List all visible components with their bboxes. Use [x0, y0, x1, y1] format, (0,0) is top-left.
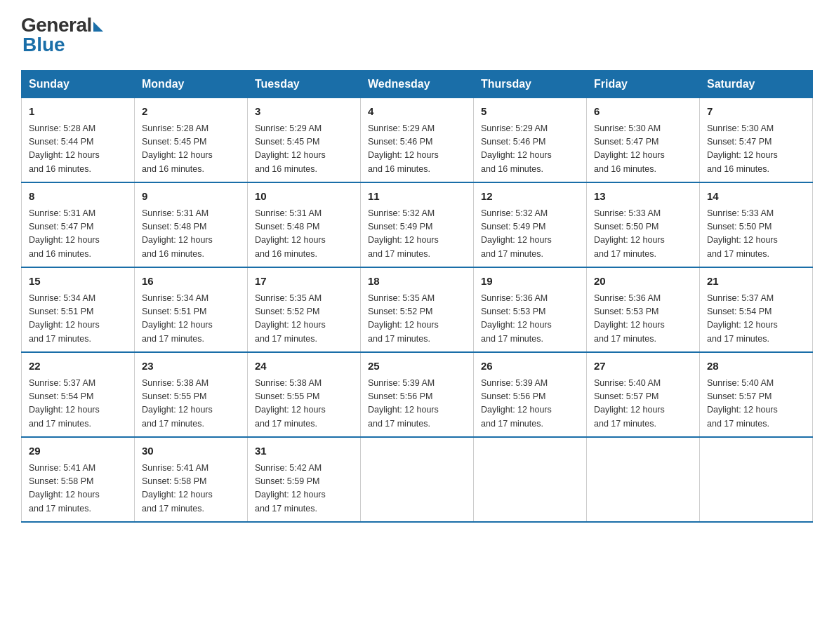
day-number: 21 — [707, 274, 805, 290]
day-info: Sunrise: 5:37 AMSunset: 5:54 PMDaylight:… — [707, 292, 805, 347]
day-number: 10 — [255, 189, 353, 205]
calendar-week-row: 15Sunrise: 5:34 AMSunset: 5:51 PMDayligh… — [22, 267, 813, 352]
calendar-cell: 7Sunrise: 5:30 AMSunset: 5:47 PMDaylight… — [700, 98, 813, 183]
calendar-cell: 19Sunrise: 5:36 AMSunset: 5:53 PMDayligh… — [474, 267, 587, 352]
calendar-cell: 27Sunrise: 5:40 AMSunset: 5:57 PMDayligh… — [587, 352, 700, 437]
day-info: Sunrise: 5:28 AMSunset: 5:45 PMDaylight:… — [142, 122, 240, 177]
calendar-cell: 25Sunrise: 5:39 AMSunset: 5:56 PMDayligh… — [361, 352, 474, 437]
day-info: Sunrise: 5:31 AMSunset: 5:48 PMDaylight:… — [255, 207, 353, 262]
calendar-cell: 26Sunrise: 5:39 AMSunset: 5:56 PMDayligh… — [474, 352, 587, 437]
day-number: 13 — [594, 189, 692, 205]
day-info: Sunrise: 5:31 AMSunset: 5:47 PMDaylight:… — [29, 207, 127, 262]
day-number: 26 — [481, 358, 579, 375]
day-number: 3 — [255, 104, 353, 120]
weekday-header-saturday: Saturday — [700, 71, 813, 98]
day-info: Sunrise: 5:39 AMSunset: 5:56 PMDaylight:… — [481, 377, 579, 431]
day-number: 18 — [368, 274, 466, 290]
day-number: 11 — [368, 189, 466, 205]
day-info: Sunrise: 5:29 AMSunset: 5:46 PMDaylight:… — [368, 122, 466, 177]
calendar-week-row: 1Sunrise: 5:28 AMSunset: 5:44 PMDaylight… — [22, 98, 813, 183]
calendar-cell: 5Sunrise: 5:29 AMSunset: 5:46 PMDaylight… — [474, 98, 587, 183]
day-info: Sunrise: 5:39 AMSunset: 5:56 PMDaylight:… — [368, 377, 466, 431]
calendar-week-row: 22Sunrise: 5:37 AMSunset: 5:54 PMDayligh… — [22, 352, 813, 437]
calendar-cell: 30Sunrise: 5:41 AMSunset: 5:58 PMDayligh… — [135, 437, 248, 522]
day-number: 5 — [481, 104, 579, 120]
day-number: 6 — [594, 104, 692, 120]
calendar-cell: 2Sunrise: 5:28 AMSunset: 5:45 PMDaylight… — [135, 98, 248, 183]
weekday-header-wednesday: Wednesday — [361, 71, 474, 98]
day-info: Sunrise: 5:30 AMSunset: 5:47 PMDaylight:… — [594, 122, 692, 177]
day-info: Sunrise: 5:38 AMSunset: 5:55 PMDaylight:… — [142, 377, 240, 431]
calendar-cell: 9Sunrise: 5:31 AMSunset: 5:48 PMDaylight… — [135, 182, 248, 267]
calendar-cell: 4Sunrise: 5:29 AMSunset: 5:46 PMDaylight… — [361, 98, 474, 183]
calendar-cell: 16Sunrise: 5:34 AMSunset: 5:51 PMDayligh… — [135, 267, 248, 352]
calendar-cell: 11Sunrise: 5:32 AMSunset: 5:49 PMDayligh… — [361, 182, 474, 267]
day-info: Sunrise: 5:35 AMSunset: 5:52 PMDaylight:… — [368, 292, 466, 347]
calendar-cell: 8Sunrise: 5:31 AMSunset: 5:47 PMDaylight… — [22, 182, 135, 267]
logo-blue-text: Blue — [22, 34, 65, 56]
calendar-week-row: 29Sunrise: 5:41 AMSunset: 5:58 PMDayligh… — [22, 437, 813, 522]
calendar-cell: 18Sunrise: 5:35 AMSunset: 5:52 PMDayligh… — [361, 267, 474, 352]
calendar-cell: 31Sunrise: 5:42 AMSunset: 5:59 PMDayligh… — [248, 437, 361, 522]
calendar-cell: 24Sunrise: 5:38 AMSunset: 5:55 PMDayligh… — [248, 352, 361, 437]
page-header: General Blue — [21, 14, 813, 56]
day-info: Sunrise: 5:30 AMSunset: 5:47 PMDaylight:… — [707, 122, 805, 177]
day-info: Sunrise: 5:34 AMSunset: 5:51 PMDaylight:… — [142, 292, 240, 347]
logo: General Blue — [21, 14, 103, 56]
calendar-cell: 29Sunrise: 5:41 AMSunset: 5:58 PMDayligh… — [22, 437, 135, 522]
calendar-cell — [700, 437, 813, 522]
day-number: 16 — [142, 274, 240, 290]
day-info: Sunrise: 5:37 AMSunset: 5:54 PMDaylight:… — [29, 377, 127, 431]
day-info: Sunrise: 5:33 AMSunset: 5:50 PMDaylight:… — [594, 207, 692, 262]
day-number: 29 — [29, 443, 127, 459]
calendar-cell: 3Sunrise: 5:29 AMSunset: 5:45 PMDaylight… — [248, 98, 361, 183]
day-info: Sunrise: 5:36 AMSunset: 5:53 PMDaylight:… — [594, 292, 692, 347]
calendar-cell: 15Sunrise: 5:34 AMSunset: 5:51 PMDayligh… — [22, 267, 135, 352]
calendar-cell: 1Sunrise: 5:28 AMSunset: 5:44 PMDaylight… — [22, 98, 135, 183]
weekday-header-thursday: Thursday — [474, 71, 587, 98]
day-info: Sunrise: 5:40 AMSunset: 5:57 PMDaylight:… — [707, 377, 805, 431]
day-number: 4 — [368, 104, 466, 120]
day-info: Sunrise: 5:42 AMSunset: 5:59 PMDaylight:… — [255, 462, 353, 516]
day-number: 2 — [142, 104, 240, 120]
day-info: Sunrise: 5:29 AMSunset: 5:46 PMDaylight:… — [481, 122, 579, 177]
calendar-cell — [587, 437, 700, 522]
day-number: 7 — [707, 104, 805, 120]
day-info: Sunrise: 5:36 AMSunset: 5:53 PMDaylight:… — [481, 292, 579, 347]
day-info: Sunrise: 5:41 AMSunset: 5:58 PMDaylight:… — [29, 462, 127, 516]
calendar-cell: 20Sunrise: 5:36 AMSunset: 5:53 PMDayligh… — [587, 267, 700, 352]
calendar-cell: 22Sunrise: 5:37 AMSunset: 5:54 PMDayligh… — [22, 352, 135, 437]
day-info: Sunrise: 5:38 AMSunset: 5:55 PMDaylight:… — [255, 377, 353, 431]
weekday-header-tuesday: Tuesday — [248, 71, 361, 98]
day-number: 9 — [142, 189, 240, 205]
day-number: 8 — [29, 189, 127, 205]
day-info: Sunrise: 5:29 AMSunset: 5:45 PMDaylight:… — [255, 122, 353, 177]
day-info: Sunrise: 5:33 AMSunset: 5:50 PMDaylight:… — [707, 207, 805, 262]
calendar-cell — [474, 437, 587, 522]
day-number: 19 — [481, 274, 579, 290]
calendar-cell: 23Sunrise: 5:38 AMSunset: 5:55 PMDayligh… — [135, 352, 248, 437]
day-number: 14 — [707, 189, 805, 205]
day-info: Sunrise: 5:35 AMSunset: 5:52 PMDaylight:… — [255, 292, 353, 347]
day-number: 1 — [29, 104, 127, 120]
day-number: 27 — [594, 358, 692, 375]
day-info: Sunrise: 5:28 AMSunset: 5:44 PMDaylight:… — [29, 122, 127, 177]
day-number: 15 — [29, 274, 127, 290]
day-number: 28 — [707, 358, 805, 375]
day-number: 20 — [594, 274, 692, 290]
calendar-cell: 17Sunrise: 5:35 AMSunset: 5:52 PMDayligh… — [248, 267, 361, 352]
calendar-cell: 12Sunrise: 5:32 AMSunset: 5:49 PMDayligh… — [474, 182, 587, 267]
calendar-cell: 10Sunrise: 5:31 AMSunset: 5:48 PMDayligh… — [248, 182, 361, 267]
calendar-week-row: 8Sunrise: 5:31 AMSunset: 5:47 PMDaylight… — [22, 182, 813, 267]
calendar-cell: 13Sunrise: 5:33 AMSunset: 5:50 PMDayligh… — [587, 182, 700, 267]
logo-arrow-icon — [93, 22, 103, 32]
day-number: 17 — [255, 274, 353, 290]
day-number: 30 — [142, 443, 240, 459]
calendar-cell: 14Sunrise: 5:33 AMSunset: 5:50 PMDayligh… — [700, 182, 813, 267]
calendar-cell: 21Sunrise: 5:37 AMSunset: 5:54 PMDayligh… — [700, 267, 813, 352]
calendar-cell: 28Sunrise: 5:40 AMSunset: 5:57 PMDayligh… — [700, 352, 813, 437]
day-number: 31 — [255, 443, 353, 459]
calendar-table: SundayMondayTuesdayWednesdayThursdayFrid… — [21, 70, 813, 523]
weekday-header-monday: Monday — [135, 71, 248, 98]
day-number: 22 — [29, 358, 127, 375]
